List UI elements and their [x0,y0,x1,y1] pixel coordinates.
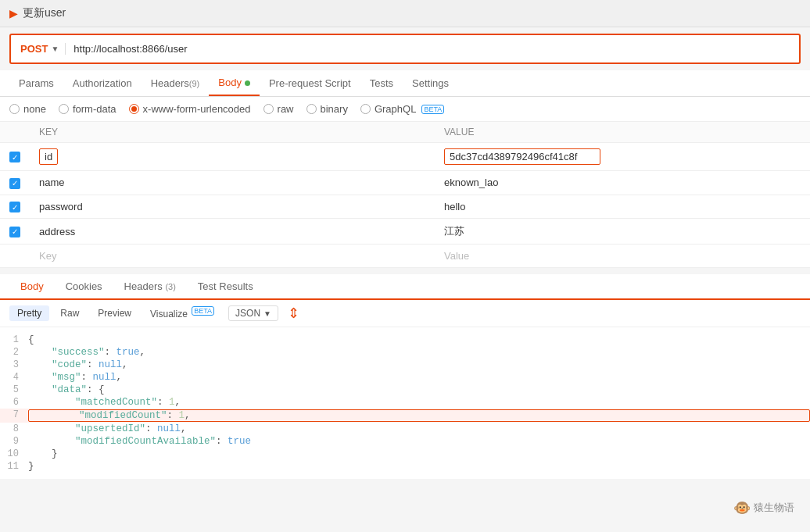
graphql-beta-badge: BETA [421,105,444,114]
radio-x-www [129,104,139,114]
col-value-header: VALUE [435,122,810,143]
fmt-raw[interactable]: Raw [52,305,87,321]
code-line-6: 6 "matchedCount": 1, [0,396,810,409]
table-row-empty: Key Value [0,245,810,268]
key-cell[interactable]: password [30,195,435,219]
request-bar: POST ▼ http://localhost:8866/user [9,34,801,64]
table-row: ✓ address 江苏 [0,219,810,245]
radio-form-data [59,104,69,114]
code-line-7: 7 "modifiedCount": 1, [0,409,810,423]
rtab-headers[interactable]: Headers (3) [113,274,187,298]
response-format-bar: Pretty Raw Preview Visualize BETA JSON ▼… [0,300,810,327]
radio-raw [263,104,274,114]
rtab-test-results[interactable]: Test Results [187,274,264,298]
checkbox-cell[interactable]: ✓ [0,143,30,171]
table-row: ✓ password hello [0,195,810,219]
tab-authorization[interactable]: Authorization [63,71,142,95]
tab-body[interactable]: Body [209,70,260,96]
code-line-8: 8 "upsertedId": null, [0,423,810,435]
rtab-cookies[interactable]: Cookies [55,274,113,298]
val-cell[interactable]: 5dc37cd4389792496cf41c8f [435,143,810,171]
option-raw[interactable]: raw [263,103,294,115]
tab-params[interactable]: Params [9,71,63,95]
key-cell[interactable]: id [30,143,435,171]
table-row: ✓ name eknown_lao [0,171,810,195]
tab-settings[interactable]: Settings [403,71,458,95]
method-label: POST [20,43,48,55]
body-options-bar: none form-data x-www-form-urlencoded raw… [0,97,810,122]
visualize-beta-badge: BETA [192,306,214,316]
option-graphql[interactable]: GraphQL BETA [360,103,444,115]
checkbox-cell[interactable]: ✓ [0,219,30,245]
val-placeholder-cell[interactable]: Value [435,245,810,268]
option-form-data[interactable]: form-data [59,103,116,115]
key-placeholder-cell[interactable]: Key [30,245,435,268]
option-binary[interactable]: binary [306,103,348,115]
val-cell[interactable]: eknown_lao [435,171,810,195]
val-cell[interactable]: 江苏 [435,219,810,245]
radio-graphql [360,104,371,114]
fmt-visualize[interactable]: Visualize BETA [142,305,222,322]
key-id: id [39,148,58,165]
radio-binary [306,104,317,114]
params-table: KEY VALUE ✓ id 5dc37cd4389792496cf41c8f … [0,122,810,268]
tab-tests[interactable]: Tests [360,71,403,95]
chevron-down-icon: ▼ [263,309,271,318]
code-line-1: 1 { [0,334,810,346]
wrap-icon[interactable]: ⇕ [288,305,299,322]
code-line-10: 10 } [0,448,810,460]
code-line-11: 11 } [0,460,810,473]
val-id: 5dc37cd4389792496cf41c8f [444,148,600,165]
tab-pre-request[interactable]: Pre-request Script [260,71,360,95]
option-x-www-form-urlencoded[interactable]: x-www-form-urlencoded [129,103,251,115]
chevron-down-icon: ▼ [51,45,59,53]
fmt-pretty[interactable]: Pretty [9,305,49,321]
code-line-3: 3 "code": null, [0,359,810,371]
key-cell[interactable]: address [30,219,435,245]
rtab-body[interactable]: Body [9,274,55,300]
option-none[interactable]: none [9,103,46,115]
request-tabs-bar: Params Authorization Headers(9) Body Pre… [0,70,810,97]
key-cell[interactable]: name [30,171,435,195]
back-arrow-icon: ▶ [9,7,18,20]
checkbox-cell[interactable]: ✓ [0,171,30,195]
checkbox-cell-empty [0,245,30,268]
code-line-5: 5 "data": { [0,384,810,396]
url-input[interactable]: http://localhost:8866/user [73,43,790,55]
method-selector[interactable]: POST ▼ [20,43,66,55]
code-line-2: 2 "success": true, [0,346,810,359]
code-line-9: 9 "modifiedCountAvailable": true [0,435,810,448]
json-format-selector[interactable]: JSON ▼ [228,305,278,321]
radio-none [9,104,20,114]
page-title: 更新user [23,6,66,20]
checkbox-cell[interactable]: ✓ [0,195,30,219]
top-bar: ▶ 更新user [0,0,810,27]
val-cell[interactable]: hello [435,195,810,219]
code-line-4: 4 "msg": null, [0,371,810,384]
response-tabs-bar: Body Cookies Headers (3) Test Results [0,274,810,300]
response-code-area: 1 { 2 "success": true, 3 "code": null, 4… [0,327,810,479]
table-row: ✓ id 5dc37cd4389792496cf41c8f [0,143,810,171]
tab-headers[interactable]: Headers(9) [142,71,210,95]
col-key-header: KEY [30,122,435,143]
fmt-preview[interactable]: Preview [90,305,139,321]
